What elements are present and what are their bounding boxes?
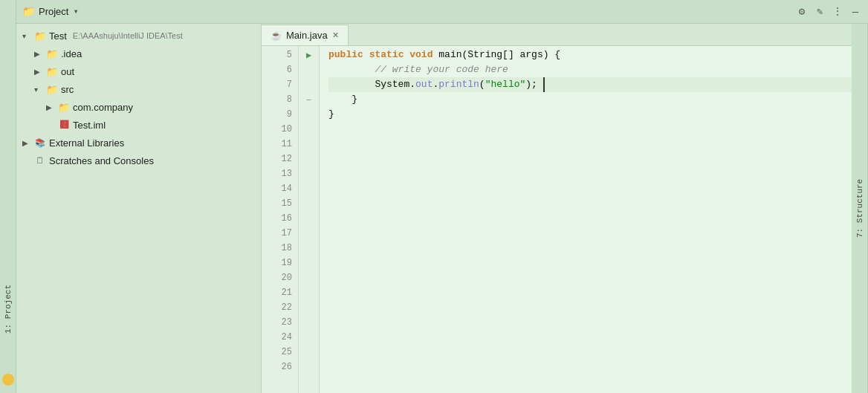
code-content[interactable]: public static void main(String[] args) {… <box>320 46 852 393</box>
code-7-paren: ( <box>479 77 485 92</box>
code-7-out: out <box>415 77 433 92</box>
line-numbers: 5 6 7 8 9 10 11 12 13 14 15 16 17 18 19 … <box>262 46 299 393</box>
tree-item-idea[interactable]: ▶ 📁 .idea <box>16 45 261 62</box>
folder-icon-test: 📁 <box>34 30 46 42</box>
tree-label-com-company: com.company <box>73 102 133 113</box>
code-8: } <box>328 92 357 107</box>
keyword-void: void <box>409 48 433 62</box>
project-tab-label[interactable]: 1: Project <box>4 285 13 334</box>
chevron-out: ▶ <box>34 68 43 76</box>
line-num-11: 11 <box>262 137 292 152</box>
gutter-13 <box>299 166 319 181</box>
tab-close-main-java[interactable]: ✕ <box>332 30 339 40</box>
settings-icon[interactable]: ⚙ <box>795 5 809 19</box>
keyword-static: static <box>369 48 404 62</box>
libs-icon: 📚 <box>34 137 46 149</box>
code-line-11 <box>328 137 852 152</box>
tree-item-com-company[interactable]: ▶ 📁 com.company <box>16 98 261 116</box>
code-line-13 <box>328 166 852 181</box>
comment-6: // write your code here <box>328 62 508 77</box>
code-line-8: } <box>328 92 852 107</box>
gutter-5[interactable]: ▶ <box>299 48 319 62</box>
title-bar: 📁 Project ▾ ⚙ ✎ ⋮ — <box>16 0 868 24</box>
tree-item-src[interactable]: ▾ 📁 src <box>16 80 261 98</box>
gutter-18 <box>299 241 319 256</box>
tab-main-java[interactable]: ☕ Main.java ✕ <box>262 25 349 45</box>
chevron-src: ▾ <box>34 85 43 94</box>
line-num-26: 26 <box>262 360 292 374</box>
tree-label-out: out <box>61 66 74 77</box>
line-num-12: 12 <box>262 152 292 166</box>
line-num-22: 22 <box>262 300 292 315</box>
title-dropdown-arrow[interactable]: ▾ <box>73 6 78 17</box>
line-num-18: 18 <box>262 241 292 256</box>
line-num-9: 9 <box>262 107 292 122</box>
tree-label-test-iml: Test.iml <box>73 120 106 131</box>
code-7-str: "hello" <box>485 77 526 92</box>
project-tab-sidebar[interactable]: 1: Project <box>0 0 16 393</box>
code-7-prefix: System. <box>328 77 415 92</box>
method-main: main(String[] args) { <box>438 48 560 62</box>
folder-icon-out: 📁 <box>46 65 58 77</box>
yellow-dot-icon <box>2 374 14 386</box>
code-line-26 <box>328 360 852 374</box>
fold-icon-8[interactable]: — <box>306 96 311 104</box>
gutter-7 <box>299 77 319 92</box>
gutter-20 <box>299 270 319 285</box>
code-line-25 <box>328 345 852 360</box>
tree-item-out[interactable]: ▶ 📁 out <box>16 62 261 80</box>
gutter-25 <box>299 345 319 360</box>
tree-item-test[interactable]: ▾ 📁 Test E:\AAAshuju\IntelliJ IDEA\Test <box>16 27 261 45</box>
run-icon-5[interactable]: ▶ <box>306 50 311 61</box>
tree-label-src: src <box>61 84 74 95</box>
code-line-24 <box>328 330 852 345</box>
line-num-24: 24 <box>262 330 292 345</box>
line-num-6: 6 <box>262 62 292 77</box>
project-title[interactable]: Project <box>39 6 68 17</box>
content-row: ▾ 📁 Test E:\AAAshuju\IntelliJ IDEA\Test … <box>16 24 868 393</box>
code-line-10 <box>328 122 852 137</box>
code-line-9: } <box>328 107 852 122</box>
gutter-15 <box>299 196 319 211</box>
structure-tab[interactable]: 7: Structure <box>852 24 868 393</box>
line-num-19: 19 <box>262 256 292 270</box>
tree-label-external-libs: External Libraries <box>49 137 124 149</box>
line-num-7: 7 <box>262 77 292 92</box>
minimize-icon[interactable]: — <box>849 5 862 19</box>
code-line-23 <box>328 315 852 330</box>
code-line-5: public static void main(String[] args) { <box>328 48 852 62</box>
code-9: } <box>328 107 334 122</box>
gutter-26 <box>299 360 319 374</box>
folder-icon-idea: 📁 <box>46 48 58 59</box>
code-line-20 <box>328 270 852 285</box>
gutter-21 <box>299 285 319 300</box>
gutter-23 <box>299 315 319 330</box>
project-sidebar: ▾ 📁 Test E:\AAAshuju\IntelliJ IDEA\Test … <box>16 24 262 393</box>
project-folder-icon: 📁 <box>22 6 34 18</box>
more-icon[interactable]: ⋮ <box>831 5 844 19</box>
tree-item-external-libs[interactable]: ▶ 📚 External Libraries <box>16 134 261 152</box>
code-line-18 <box>328 241 852 256</box>
title-controls: ⚙ ✎ ⋮ — <box>795 5 862 19</box>
scratches-icon: 🗒 <box>34 155 46 166</box>
main-area: 📁 Project ▾ ⚙ ✎ ⋮ — ▾ 📁 Test E:\AAAshuju… <box>16 0 868 393</box>
edit-icon[interactable]: ✎ <box>813 5 826 19</box>
code-line-21 <box>328 285 852 300</box>
gutter-10 <box>299 122 319 137</box>
gutter-8[interactable]: — <box>299 92 319 107</box>
code-line-17 <box>328 226 852 241</box>
tree-item-test-iml[interactable]: ▶ 🅸 Test.iml <box>16 116 261 134</box>
line-num-25: 25 <box>262 345 292 360</box>
tab-label-main-java: Main.java <box>286 30 328 41</box>
gutter-24 <box>299 330 319 345</box>
code-7-end: ); <box>525 77 537 92</box>
code-line-14 <box>328 181 852 196</box>
code-line-22 <box>328 300 852 315</box>
chevron-external-libs: ▶ <box>22 139 31 147</box>
editor-area: ☕ Main.java ✕ 5 6 7 8 9 10 11 12 13 <box>262 24 852 393</box>
code-line-7[interactable]: System.out.println("hello"); <box>328 77 852 92</box>
line-num-16: 16 <box>262 211 292 226</box>
code-editor[interactable]: 5 6 7 8 9 10 11 12 13 14 15 16 17 18 19 … <box>262 46 852 393</box>
iml-icon: 🅸 <box>58 119 70 131</box>
tree-item-scratches[interactable]: ▶ 🗒 Scratches and Consoles <box>16 152 261 169</box>
